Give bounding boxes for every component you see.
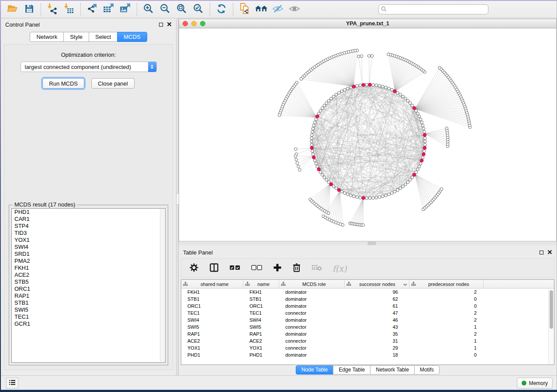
add-column-button[interactable] xyxy=(273,263,282,274)
mcds-result-item[interactable]: SRD1 xyxy=(12,251,165,258)
copy-documents-icon xyxy=(239,3,250,17)
mcds-result-item[interactable]: FKH1 xyxy=(12,265,165,272)
table-row[interactable]: SWI4SWI4dominator462 xyxy=(181,316,554,323)
table-toolbar: f(x) xyxy=(181,258,554,278)
export-network-button[interactable] xyxy=(84,3,100,17)
two-houses-icon xyxy=(255,3,268,16)
refresh-view-button[interactable] xyxy=(213,3,230,17)
mcds-result-item[interactable]: STP4 xyxy=(12,223,165,230)
zoom-selected-button[interactable] xyxy=(190,3,207,17)
deselect-all-button[interactable] xyxy=(251,265,263,272)
table-settings-button[interactable] xyxy=(189,263,199,274)
export-network-icon xyxy=(86,3,98,16)
sort-descending-icon xyxy=(403,282,407,287)
mcds-result-item[interactable]: PMA2 xyxy=(12,258,165,265)
column-header-name[interactable]: name xyxy=(243,280,279,288)
zoom-out-button[interactable] xyxy=(157,3,173,17)
tab-mcds[interactable]: MCDS xyxy=(117,32,147,42)
mcds-result-item[interactable]: TID3 xyxy=(12,230,165,237)
table-tabs: Node TableEdge TableNetwork TableMotifs xyxy=(296,365,439,375)
tab-select[interactable]: Select xyxy=(89,32,118,42)
table-row[interactable]: TEC1TEC1connector472 xyxy=(181,309,554,316)
float-panel-icon[interactable] xyxy=(540,251,543,254)
mcds-result-item[interactable]: SWI5 xyxy=(12,306,165,313)
horizontal-splitter[interactable] xyxy=(179,241,557,245)
table-row[interactable]: SWI5SWI5connector431 xyxy=(181,323,554,330)
scrollbar-thumb[interactable] xyxy=(550,290,553,329)
table-tab-edge-table[interactable]: Edge Table xyxy=(333,365,370,375)
show-all-button[interactable] xyxy=(286,3,303,17)
column-header-successor-nodes[interactable]: successor nodes xyxy=(345,280,409,288)
mcds-list-scrollbar[interactable] xyxy=(160,209,165,362)
zoom-fit-button[interactable] xyxy=(173,3,190,17)
memory-status-icon xyxy=(522,381,526,385)
mcds-result-groupbox: MCDS result (17 nodes) PHD1CAR1STP4TID3Y… xyxy=(9,205,168,365)
network-canvas[interactable] xyxy=(179,28,557,241)
column-header-predecessor-nodes[interactable]: predecessor nodes xyxy=(409,280,484,288)
tab-style[interactable]: Style xyxy=(63,32,89,42)
mcds-result-item[interactable]: PHD1 xyxy=(12,209,165,216)
table-tab-node-table[interactable]: Node Table xyxy=(296,365,334,375)
float-panel-icon[interactable] xyxy=(159,23,163,27)
run-mcds-button[interactable]: Run MCDS xyxy=(42,78,84,89)
search-icon xyxy=(381,6,387,14)
column-header-MCDS-role[interactable]: MCDS role xyxy=(279,280,345,288)
save-session-button[interactable] xyxy=(21,3,38,17)
open-folder-icon xyxy=(7,3,18,16)
export-image-button[interactable] xyxy=(117,3,134,17)
zoom-out-icon xyxy=(159,3,171,16)
table-row[interactable]: PHD1PHD1dominator180 xyxy=(181,351,554,358)
select-all-button[interactable] xyxy=(229,265,241,272)
close-panel-button[interactable]: Close panel xyxy=(91,78,135,89)
mcds-result-item[interactable]: ORC1 xyxy=(12,285,165,292)
import-network-icon xyxy=(47,3,58,16)
table-row[interactable]: ACE2ACE2connector311 xyxy=(181,337,554,344)
zoom-in-button[interactable] xyxy=(140,3,157,17)
mcds-result-item[interactable]: SWI4 xyxy=(12,244,165,251)
table-tab-motifs[interactable]: Motifs xyxy=(414,365,439,375)
copy-style-button[interactable] xyxy=(236,3,253,17)
table-header-row: shared namenameMCDS rolesuccessor nodesp… xyxy=(181,280,554,289)
tab-network[interactable]: Network xyxy=(30,32,64,42)
first-neighbors-button[interactable] xyxy=(253,3,270,17)
mcds-result-item[interactable]: CAR1 xyxy=(12,216,165,223)
network-title: YPA_prune.txt_1 xyxy=(179,21,556,27)
close-panel-icon[interactable] xyxy=(547,249,552,256)
close-panel-icon[interactable] xyxy=(167,21,172,28)
delete-column-button[interactable] xyxy=(292,263,301,274)
mcds-result-title: MCDS result (17 nodes) xyxy=(13,201,77,208)
mcds-result-item[interactable]: ACE2 xyxy=(12,272,165,279)
column-header-shared-name[interactable]: shared name xyxy=(181,280,243,288)
mcds-result-item[interactable]: YOX1 xyxy=(12,237,165,244)
table-row[interactable]: ORC1ORC1dominator610 xyxy=(181,303,554,309)
table-row[interactable]: FKH1FKH1dominator962 xyxy=(181,289,554,296)
table-tab-network-table[interactable]: Network Table xyxy=(370,365,415,375)
mcds-result-item[interactable]: STB1 xyxy=(12,299,165,306)
table-panel-title: Table Panel xyxy=(183,249,540,256)
mcds-result-item[interactable]: STB5 xyxy=(12,279,165,285)
table-row[interactable]: STB1STB1dominator620 xyxy=(181,296,554,303)
export-table-button[interactable] xyxy=(100,3,117,17)
network-titlebar[interactable]: YPA_prune.txt_1 xyxy=(179,19,557,28)
hide-selected-button[interactable] xyxy=(270,3,286,17)
node-table[interactable]: shared namenameMCDS rolesuccessor nodesp… xyxy=(181,279,554,365)
list-icon xyxy=(9,379,16,387)
open-file-button[interactable] xyxy=(4,3,21,17)
mcds-result-list[interactable]: PHD1CAR1STP4TID3YOX1SWI4SRD1PMA2FKH1ACE2… xyxy=(11,208,166,363)
split-view-button[interactable] xyxy=(209,263,219,274)
table-row[interactable]: RAP1RAP1dominator352 xyxy=(181,330,554,337)
mcds-result-item[interactable]: GCR1 xyxy=(12,320,165,327)
search-input[interactable] xyxy=(378,4,488,14)
splitter-handle[interactable] xyxy=(368,242,376,245)
function-builder-button[interactable]: f(x) xyxy=(332,264,347,273)
mcds-result-item[interactable]: RAP1 xyxy=(12,292,165,299)
mcds-result-item[interactable]: TEC1 xyxy=(12,313,165,320)
criterion-select[interactable]: largest connected component (undirected) xyxy=(21,62,157,72)
import-network-button[interactable] xyxy=(44,3,61,17)
show-panels-button[interactable] xyxy=(6,378,18,389)
import-table-button[interactable] xyxy=(61,3,77,17)
table-row[interactable]: YOX1YOX1connector291 xyxy=(181,344,554,351)
delete-table-button[interactable] xyxy=(311,264,322,273)
memory-button[interactable]: Memory xyxy=(517,378,553,389)
table-scrollbar[interactable] xyxy=(548,289,554,364)
